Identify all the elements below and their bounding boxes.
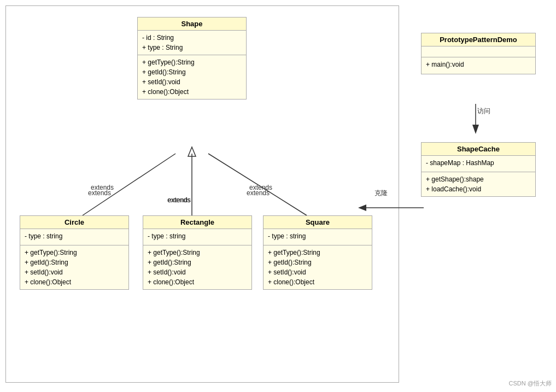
shape-methods: + getType():String + getId():String + se… <box>138 55 246 99</box>
shape-method-2: + getId():String <box>142 67 242 77</box>
shape-attr-1: - id : String <box>142 33 242 43</box>
square-title: Square <box>264 216 372 229</box>
svg-marker-7 <box>472 125 479 134</box>
clone-arrow <box>355 200 426 216</box>
shape-method-1: + getType():String <box>142 57 242 67</box>
rectangle-methods: + getType():String + getId():String + se… <box>143 245 251 289</box>
shape-cache-method-1: + getShape():shape <box>426 174 531 184</box>
circle-method-1: + getType():String <box>25 248 124 258</box>
extends-left-text: extends <box>91 184 114 191</box>
shape-method-4: + clone():Object <box>142 87 242 97</box>
prototype-pattern-demo-attributes <box>422 46 535 57</box>
shape-attr-2: + type : String <box>142 43 242 52</box>
circle-title: Circle <box>20 216 128 229</box>
svg-marker-9 <box>358 204 366 211</box>
shape-cache-attributes: - shapeMap : HashMap <box>422 156 535 172</box>
circle-class: Circle - type : string + getType():Strin… <box>20 215 129 290</box>
circle-method-2: + getId():String <box>25 258 124 267</box>
square-attributes: - type : string <box>264 229 372 245</box>
prototype-pattern-demo-title: PrototypePatternDemo <box>422 33 535 46</box>
rectangle-method-1: + getType():String <box>148 248 247 258</box>
shape-method-3: + setId():void <box>142 77 242 87</box>
shape-title: Shape <box>138 17 246 31</box>
rectangle-method-2: + getId():String <box>148 258 247 267</box>
main-diagram: Shape - id : String + type : String + ge… <box>5 5 399 383</box>
watermark: CSDN @悟大师 <box>509 379 552 388</box>
shape-cache-class: ShapeCache - shapeMap : HashMap + getSha… <box>421 142 536 197</box>
shape-class: Shape - id : String + type : String + ge… <box>137 17 247 100</box>
rectangle-attr-1: - type : string <box>148 231 247 241</box>
svg-marker-1 <box>188 147 196 156</box>
prototype-pattern-demo-class: PrototypePatternDemo + main():void <box>421 33 536 74</box>
right-diagram: PrototypePatternDemo + main():void 访问 Sh… <box>415 5 547 383</box>
extends-center-text: extends <box>167 196 190 204</box>
visit-arrow <box>465 104 487 137</box>
circle-method-3: + setId():void <box>25 267 124 277</box>
square-method-2: + getId():String <box>268 258 367 267</box>
circle-attr-1: - type : string <box>25 231 124 241</box>
rectangle-method-4: + clone():Object <box>148 277 247 287</box>
square-class: Square - type : string + getType():Strin… <box>263 215 372 290</box>
rectangle-title: Rectangle <box>143 216 251 229</box>
extends-right-text: extends <box>249 184 272 191</box>
shape-cache-methods: + getShape():shape + loadCache():void <box>422 172 535 196</box>
clone-label: 克隆 <box>374 189 388 198</box>
rectangle-class: Rectangle - type : string + getType():St… <box>143 215 252 290</box>
prototype-pattern-demo-methods: + main():void <box>422 57 535 74</box>
square-methods: + getType():String + getId():String + se… <box>264 245 372 289</box>
shape-cache-title: ShapeCache <box>422 143 535 156</box>
square-attr-1: - type : string <box>268 231 367 241</box>
square-method-1: + getType():String <box>268 248 367 258</box>
circle-method-4: + clone():Object <box>25 277 124 287</box>
shape-attributes: - id : String + type : String <box>138 31 246 55</box>
shape-cache-method-2: + loadCache():void <box>426 184 531 194</box>
square-method-4: + clone():Object <box>268 277 367 287</box>
ppd-method-1: + main():void <box>426 60 531 69</box>
square-method-3: + setId():void <box>268 267 367 277</box>
shape-cache-attr-1: - shapeMap : HashMap <box>426 158 531 168</box>
circle-methods: + getType():String + getId():String + se… <box>20 245 128 289</box>
rectangle-attributes: - type : string <box>143 229 251 245</box>
circle-attributes: - type : string <box>20 229 128 245</box>
rectangle-method-3: + setId():void <box>148 267 247 277</box>
